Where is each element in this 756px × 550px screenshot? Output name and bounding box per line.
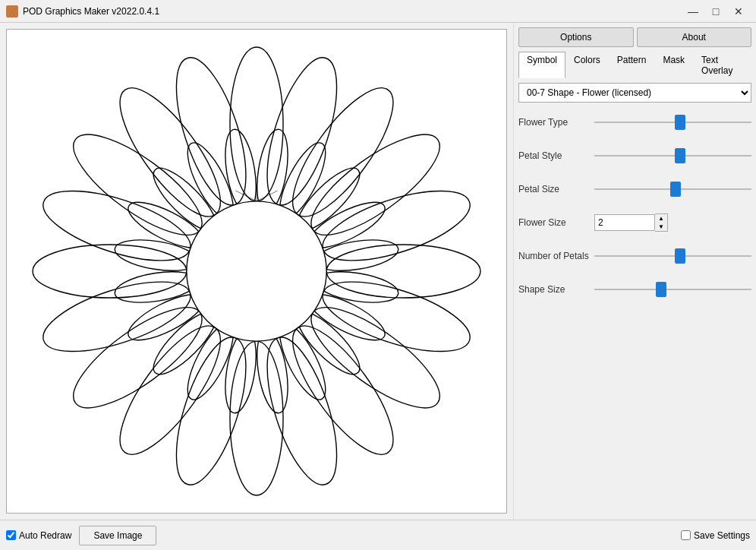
flower-type-row: Flower Type: [518, 112, 751, 133]
sub-tabs-row: Symbol Colors Pattern Mask Text Overlay: [518, 52, 751, 78]
flower-size-spinbox: ▲ ▼: [594, 213, 668, 232]
maximize-button[interactable]: □: [704, 0, 727, 23]
window-title: POD Graphics Maker v2022.0.4.1: [23, 6, 682, 17]
shape-dropdown[interactable]: 00-7 Shape - Flower (licensed): [518, 83, 751, 103]
petal-style-label: Petal Style: [518, 150, 594, 161]
flower-size-row: Flower Size ▲ ▼: [518, 212, 751, 233]
svg-point-10: [230, 341, 283, 495]
app-icon: [6, 5, 18, 17]
auto-redraw-label[interactable]: Auto Redraw: [19, 530, 71, 541]
petal-style-row: Petal Style: [518, 145, 751, 166]
svg-point-4: [315, 177, 478, 275]
petal-size-slider[interactable]: [594, 188, 751, 191]
save-settings-checkbox[interactable]: [681, 530, 691, 540]
controls-area: Flower Type Petal Style Petal Size: [518, 112, 751, 515]
window-controls: — □ ✕: [682, 0, 750, 23]
petal-style-slider[interactable]: [594, 154, 751, 157]
save-settings-label[interactable]: Save Settings: [694, 530, 750, 541]
tab-text-overlay[interactable]: Text Overlay: [693, 52, 751, 78]
svg-point-14: [36, 267, 199, 365]
svg-point-0: [230, 47, 283, 201]
minimize-button[interactable]: —: [682, 0, 704, 23]
svg-line-43: [235, 191, 257, 201]
shape-dropdown-row: 00-7 Shape - Flower (licensed): [518, 83, 751, 103]
spinbox-buttons: ▲ ▼: [655, 213, 668, 232]
main-content: Options About Symbol Colors Pattern Mask…: [0, 23, 756, 520]
about-tab[interactable]: About: [637, 27, 752, 47]
save-settings-group: Save Settings: [681, 530, 750, 541]
flower-type-slider-container: [594, 115, 751, 130]
svg-point-40: [187, 201, 326, 341]
right-panel: Options About Symbol Colors Pattern Mask…: [513, 23, 756, 520]
petal-size-row: Petal Size: [518, 179, 751, 200]
shape-size-row: Shape Size: [518, 279, 751, 300]
auto-redraw-group: Auto Redraw: [6, 530, 71, 541]
petal-size-label: Petal Size: [518, 184, 594, 194]
svg-point-1: [253, 50, 351, 213]
flower-size-input[interactable]: [594, 214, 655, 231]
svg-point-16: [36, 177, 199, 275]
shape-size-slider[interactable]: [594, 288, 751, 291]
svg-point-5: [326, 245, 480, 298]
canvas-area: [6, 29, 507, 514]
tab-pattern[interactable]: Pattern: [609, 52, 655, 78]
number-of-petals-row: Number of Petals: [518, 245, 751, 267]
title-bar: POD Graphics Maker v2022.0.4.1 — □ ✕: [0, 0, 756, 23]
flower-type-label: Flower Type: [518, 117, 594, 128]
svg-point-19: [162, 50, 260, 213]
auto-redraw-checkbox[interactable]: [6, 530, 16, 540]
svg-point-15: [33, 245, 187, 298]
canvas-svg: [7, 30, 506, 513]
bottom-bar: Auto Redraw Save Image Save Settings: [0, 520, 756, 550]
svg-line-42: [257, 191, 278, 201]
number-of-petals-label: Number of Petals: [518, 251, 594, 261]
svg-point-9: [253, 330, 351, 493]
save-image-button[interactable]: Save Image: [79, 526, 156, 545]
tab-colors[interactable]: Colors: [565, 52, 609, 78]
flower-type-slider[interactable]: [594, 121, 751, 124]
spin-down-button[interactable]: ▼: [655, 223, 667, 231]
svg-point-6: [315, 267, 478, 365]
flower-size-label: Flower Size: [518, 217, 594, 228]
spin-up-button[interactable]: ▲: [655, 214, 667, 223]
options-tab[interactable]: Options: [518, 27, 634, 47]
shape-size-label: Shape Size: [518, 284, 594, 295]
svg-point-11: [162, 330, 260, 493]
petal-size-slider-container: [594, 182, 751, 197]
top-tabs-row: Options About: [518, 27, 751, 47]
tab-symbol[interactable]: Symbol: [518, 52, 565, 78]
number-of-petals-slider[interactable]: [594, 254, 751, 258]
petal-style-slider-container: [594, 148, 751, 163]
shape-size-slider-container: [594, 282, 751, 297]
tab-mask[interactable]: Mask: [654, 52, 693, 78]
number-of-petals-slider-container: [594, 248, 751, 264]
close-button[interactable]: ✕: [727, 0, 750, 23]
